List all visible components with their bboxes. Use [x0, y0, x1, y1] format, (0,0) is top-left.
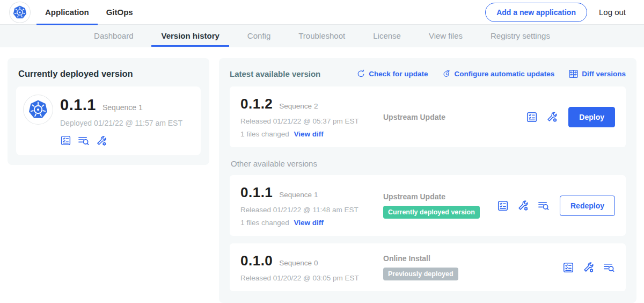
- check-for-update-link[interactable]: Check for update: [356, 69, 428, 78]
- sequence-label: Sequence 0: [279, 259, 318, 267]
- version-row-0-1-0: 0.1.0 Sequence 0 Released 01/20/22 @ 03:…: [230, 243, 626, 291]
- tab-view-files[interactable]: View files: [415, 25, 477, 47]
- tab-dashboard[interactable]: Dashboard: [80, 25, 147, 47]
- header-tab-gitops[interactable]: GitOps: [98, 0, 142, 25]
- previously-deployed-badge: Previously deployed: [383, 268, 458, 280]
- view-diff-link[interactable]: View diff: [294, 130, 324, 138]
- diff-icon: [568, 69, 579, 79]
- currently-deployed-title: Currently deployed version: [18, 69, 199, 79]
- sequence-label: Sequence 1: [279, 191, 318, 199]
- tab-version-history[interactable]: Version history: [147, 25, 233, 47]
- view-diff-link[interactable]: View diff: [294, 219, 324, 227]
- deploy-logs-icon[interactable]: [603, 261, 615, 273]
- tab-registry-settings[interactable]: Registry settings: [477, 25, 564, 47]
- preflight-checks-icon[interactable]: [497, 200, 509, 212]
- configure-automatic-updates-link[interactable]: Configure automatic updates: [442, 69, 554, 78]
- add-new-application-button[interactable]: Add a new application: [485, 3, 587, 22]
- update-icon: [356, 69, 365, 78]
- edit-config-icon[interactable]: [582, 261, 595, 273]
- version-source-label: Upstream Update: [383, 192, 497, 201]
- preflight-checks-icon[interactable]: [526, 111, 538, 123]
- schedule-update-icon: [442, 69, 451, 78]
- deployed-version-number: 0.1.1: [60, 96, 96, 114]
- header-tab-application-label: Application: [45, 8, 89, 17]
- version-number: 0.1.2: [240, 96, 273, 112]
- tab-troubleshoot[interactable]: Troubleshoot: [284, 25, 359, 47]
- kubernetes-logo: [10, 2, 30, 23]
- edit-config-icon[interactable]: [546, 111, 558, 123]
- tab-config[interactable]: Config: [233, 25, 284, 47]
- version-history-panel: Latest available version Check for updat…: [219, 58, 636, 303]
- app-header: Application GitOps Add a new application…: [0, 0, 644, 25]
- released-timestamp: Released 01/20/22 @ 03:05 pm EST: [240, 274, 374, 282]
- currently-deployed-card: Currently deployed version 0.1.1 Sequenc…: [8, 58, 209, 165]
- logout-button[interactable]: Log out: [599, 8, 626, 17]
- version-source-label: Upstream Update: [383, 113, 526, 121]
- released-timestamp: Released 01/21/22 @ 11:48 am EST: [240, 206, 374, 214]
- released-timestamp: Released 01/21/22 @ 05:37 pm EST: [240, 117, 374, 125]
- version-row-0-1-1: 0.1.1 Sequence 1 Released 01/21/22 @ 11:…: [230, 175, 626, 236]
- deployed-timestamp: Deployed 01/21/22 @ 11:57 am EST: [60, 119, 182, 127]
- preflight-checks-icon[interactable]: [562, 262, 574, 273]
- files-changed-label: 1 files changed: [240, 130, 289, 138]
- version-number: 0.1.1: [240, 184, 273, 201]
- deployed-sequence-label: Sequence 1: [103, 103, 143, 112]
- latest-available-title: Latest available version: [230, 69, 342, 78]
- currently-deployed-version-card: 0.1.1 Sequence 1 Deployed 01/21/22 @ 11:…: [16, 86, 201, 155]
- deploy-logs-icon[interactable]: [77, 134, 90, 147]
- other-available-title: Other available versions: [231, 159, 625, 168]
- diff-versions-link[interactable]: Diff versions: [568, 69, 626, 79]
- version-row-0-1-2: 0.1.2 Sequence 2 Released 01/21/22 @ 05:…: [230, 86, 626, 147]
- header-tab-application[interactable]: Application: [36, 0, 98, 25]
- tab-license[interactable]: License: [359, 25, 415, 47]
- sequence-label: Sequence 2: [279, 102, 318, 110]
- version-number: 0.1.0: [240, 252, 273, 269]
- version-source-label: Online Install: [383, 254, 562, 263]
- app-logo: [24, 95, 53, 124]
- deploy-button[interactable]: Deploy: [568, 107, 615, 127]
- header-tab-gitops-label: GitOps: [106, 8, 133, 17]
- files-changed-label: 1 files changed: [240, 219, 289, 227]
- redeploy-button[interactable]: Redeploy: [560, 196, 615, 216]
- preflight-checks-icon[interactable]: [60, 135, 71, 146]
- deploy-logs-icon[interactable]: [537, 199, 550, 212]
- main-content: Currently deployed version 0.1.1 Sequenc…: [0, 47, 644, 303]
- edit-config-icon[interactable]: [96, 135, 107, 147]
- app-subnav: Dashboard Version history Config Trouble…: [0, 25, 644, 47]
- currently-deployed-badge: Currently deployed version: [383, 206, 480, 219]
- edit-config-icon[interactable]: [517, 199, 529, 212]
